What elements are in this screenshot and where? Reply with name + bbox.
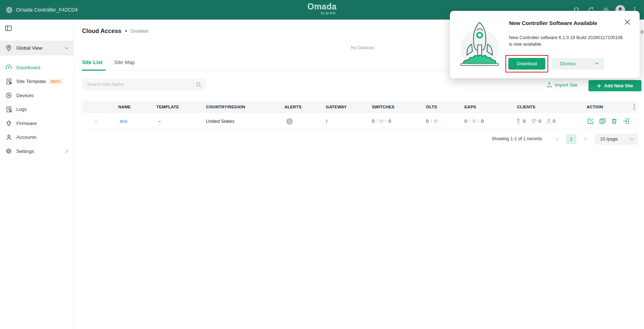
sidebar: Global View Dashboard Site Template <box>0 20 74 329</box>
prev-page-icon[interactable] <box>553 135 562 143</box>
site-table: NAME TEMPLATE COUNTRY/REGION ALERTS GATE… <box>82 101 639 129</box>
popup-title: New Controller Software Available <box>509 20 597 26</box>
active-tab-underline <box>82 70 106 71</box>
col-eaps: EAPS <box>464 101 476 113</box>
col-alerts: ALERTS <box>284 101 302 113</box>
settings-gear-icon <box>5 148 12 154</box>
status-dot <box>125 30 127 32</box>
page-size-select[interactable]: 10 /page <box>595 134 638 145</box>
row-template: – <box>158 113 161 129</box>
chevron-right-icon <box>65 149 68 153</box>
upload-icon <box>546 82 552 88</box>
col-clients: CLIENTS <box>517 101 536 113</box>
tab-site-list[interactable]: Site List <box>82 59 102 70</box>
records-summary: Showing 1-1 of 1 records <box>492 136 542 141</box>
col-gateway: GATEWAY <box>326 101 347 113</box>
sidebar-collapse-icon[interactable] <box>4 24 12 32</box>
site-search <box>82 79 206 90</box>
plus-icon <box>597 84 601 88</box>
dismiss-button[interactable]: Dismiss <box>552 58 604 70</box>
row-country: United States <box>206 113 234 129</box>
copy-icon[interactable] <box>599 118 606 125</box>
col-switches: SWITCHES <box>372 101 394 113</box>
software-update-popup: New Controller Software Available New Co… <box>450 11 640 78</box>
sidebar-item-dashboard[interactable]: Dashboard <box>0 61 74 75</box>
page-number[interactable]: 1 <box>566 134 577 144</box>
no-devices-text: No Devices <box>328 45 397 50</box>
user-icon <box>546 118 551 124</box>
logo-title: Omada <box>0 3 644 11</box>
map-pin-icon <box>5 45 12 51</box>
accounts-person-icon <box>5 134 12 141</box>
sidebar-item-label: Accounts <box>16 134 37 140</box>
global-view-selector[interactable]: Global View <box>0 41 74 55</box>
sidebar-item-accounts[interactable]: Accounts <box>0 130 74 145</box>
sidebar-item-label: Settings <box>16 149 34 154</box>
logs-icon <box>5 106 12 113</box>
delete-trash-icon[interactable] <box>611 118 618 125</box>
download-button[interactable]: Download <box>508 58 545 70</box>
col-template: TEMPLATE <box>156 101 179 113</box>
search-icon[interactable] <box>196 82 202 88</box>
tab-site-map[interactable]: Site Map <box>114 59 135 70</box>
add-new-site-label: Add New Site <box>604 83 633 88</box>
firmware-upload-icon <box>5 120 12 126</box>
sidebar-item-label: Site Template <box>16 79 46 84</box>
sidebar-item-devices[interactable]: Devices <box>0 88 74 103</box>
table-header: NAME TEMPLATE COUNTRY/REGION ALERTS GATE… <box>82 101 639 113</box>
row-switches: 0/0/0 <box>372 113 391 129</box>
devices-icon <box>5 92 12 99</box>
chevron-down-icon <box>595 62 599 65</box>
import-site-button[interactable]: Import Site <box>546 82 578 88</box>
cloud-access-status: Disabled <box>131 29 148 34</box>
row-gateway: / <box>326 113 328 129</box>
wifi-icon <box>530 118 537 124</box>
popup-body-text: New Controller software 6.1.0.19 Build 2… <box>509 34 625 47</box>
table-row: ☆ test – United States 0 / 0/0/0 0/0 0/0… <box>82 113 639 129</box>
next-page-icon[interactable] <box>581 135 590 143</box>
clipped-text: 0 <box>641 29 643 35</box>
edit-icon[interactable] <box>587 118 594 125</box>
user-clients-count: 0 <box>553 118 555 124</box>
search-input[interactable] <box>82 82 196 87</box>
site-template-icon <box>5 78 12 85</box>
alerts-count-badge: 0 <box>286 118 293 125</box>
dashboard-icon <box>5 64 12 71</box>
chevron-down-icon <box>630 138 634 141</box>
row-alerts: 0 <box>286 113 293 129</box>
site-name-link[interactable]: test <box>120 113 127 129</box>
add-new-site-button[interactable]: Add New Site <box>588 80 641 91</box>
favorite-star-icon[interactable]: ☆ <box>93 113 99 129</box>
launch-site-icon[interactable] <box>623 118 629 125</box>
sidebar-item-label: Logs <box>16 107 27 112</box>
wireless-clients-count: 0 <box>538 118 541 124</box>
import-site-label: Import Site <box>555 82 578 88</box>
beta-badge: BETA <box>49 79 63 84</box>
page-size-value: 10 /page <box>600 137 618 142</box>
column-settings-icon[interactable] <box>633 104 635 110</box>
row-eaps: 0/0/0 <box>464 113 484 129</box>
row-clients: 0 0 0 <box>516 113 555 129</box>
col-name: NAME <box>118 101 131 113</box>
chevron-down-icon <box>65 47 69 50</box>
sidebar-item-settings[interactable]: Settings <box>0 144 74 158</box>
rocket-illustration <box>457 19 503 70</box>
col-olts: OLTS <box>426 101 437 113</box>
sidebar-item-site-template[interactable]: Site Template BETA <box>0 75 74 89</box>
sidebar-item-label: Devices <box>16 93 34 98</box>
sidebar-item-label: Firmware <box>16 121 37 126</box>
row-olts: 0/0 <box>426 113 437 129</box>
sidebar-item-firmware[interactable]: Firmware <box>0 116 74 130</box>
row-actions <box>587 113 629 129</box>
close-icon[interactable] <box>623 18 631 26</box>
sidebar-item-label: Dashboard <box>16 65 40 70</box>
wired-client-icon <box>516 118 522 125</box>
col-action: ACTION <box>587 101 603 113</box>
col-country: COUNTRY/REGION <box>206 101 245 113</box>
page-title: Cloud Access <box>82 28 122 34</box>
wired-clients-count: 0 <box>523 118 525 124</box>
sidebar-item-logs[interactable]: Logs <box>0 103 74 117</box>
global-view-label: Global View <box>16 45 42 51</box>
dismiss-label: Dismiss <box>560 61 576 66</box>
